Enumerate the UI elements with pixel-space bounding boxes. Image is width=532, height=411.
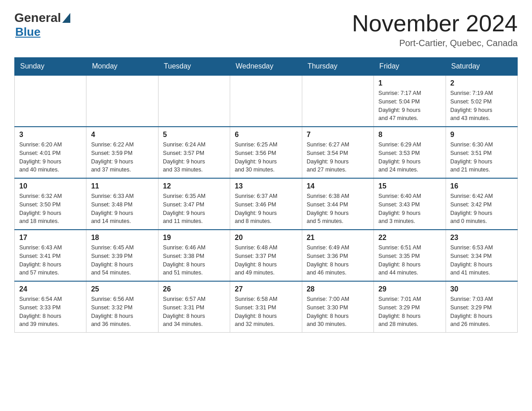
day-cell: 4Sunrise: 6:22 AMSunset: 3:59 PMDaylight…	[86, 127, 158, 178]
header-monday: Monday	[86, 58, 158, 76]
day-cell: 3Sunrise: 6:20 AMSunset: 4:01 PMDaylight…	[15, 127, 86, 178]
subtitle: Port-Cartier, Quebec, Canada	[352, 38, 518, 48]
day-info: Sunrise: 6:32 AMSunset: 3:50 PMDaylight:…	[19, 192, 82, 226]
day-info: Sunrise: 6:24 AMSunset: 3:57 PMDaylight:…	[163, 141, 225, 174]
day-cell: 7Sunrise: 6:27 AMSunset: 3:54 PMDaylight…	[302, 127, 373, 178]
day-cell: 18Sunrise: 6:45 AMSunset: 3:39 PMDayligh…	[86, 230, 158, 281]
day-cell: 23Sunrise: 6:53 AMSunset: 3:34 PMDayligh…	[446, 230, 517, 281]
day-info: Sunrise: 6:53 AMSunset: 3:34 PMDaylight:…	[450, 244, 513, 277]
day-cell: 27Sunrise: 6:58 AMSunset: 3:31 PMDayligh…	[230, 281, 302, 333]
day-info: Sunrise: 6:38 AMSunset: 3:44 PMDaylight:…	[307, 192, 369, 226]
day-cell: 11Sunrise: 6:33 AMSunset: 3:48 PMDayligh…	[86, 178, 158, 230]
day-number: 23	[450, 234, 513, 242]
main-title: November 2024	[352, 11, 518, 36]
day-cell: 6Sunrise: 6:25 AMSunset: 3:56 PMDaylight…	[230, 127, 302, 178]
day-cell: 15Sunrise: 6:40 AMSunset: 3:43 PMDayligh…	[374, 178, 446, 230]
header-saturday: Saturday	[446, 58, 517, 76]
day-number: 6	[235, 131, 297, 139]
day-info: Sunrise: 6:57 AMSunset: 3:31 PMDaylight:…	[163, 295, 225, 329]
day-cell: 17Sunrise: 6:43 AMSunset: 3:41 PMDayligh…	[15, 230, 86, 281]
day-cell: 19Sunrise: 6:46 AMSunset: 3:38 PMDayligh…	[158, 230, 230, 281]
day-info: Sunrise: 7:03 AMSunset: 3:29 PMDaylight:…	[450, 295, 513, 329]
day-cell: 9Sunrise: 6:30 AMSunset: 3:51 PMDaylight…	[446, 127, 517, 178]
day-cell: 25Sunrise: 6:56 AMSunset: 3:32 PMDayligh…	[86, 281, 158, 333]
week-row-2: 10Sunrise: 6:32 AMSunset: 3:50 PMDayligh…	[15, 178, 518, 230]
day-number: 20	[235, 234, 297, 242]
day-info: Sunrise: 6:46 AMSunset: 3:38 PMDaylight:…	[163, 244, 225, 277]
day-number: 18	[91, 234, 153, 242]
day-cell: 13Sunrise: 6:37 AMSunset: 3:46 PMDayligh…	[230, 178, 302, 230]
weekday-header-row: Sunday Monday Tuesday Wednesday Thursday…	[15, 58, 518, 76]
day-cell: 21Sunrise: 6:49 AMSunset: 3:36 PMDayligh…	[302, 230, 373, 281]
logo-triangle-icon	[62, 13, 70, 23]
week-row-1: 3Sunrise: 6:20 AMSunset: 4:01 PMDaylight…	[15, 127, 518, 178]
day-info: Sunrise: 6:37 AMSunset: 3:46 PMDaylight:…	[235, 192, 297, 226]
day-info: Sunrise: 7:19 AMSunset: 5:02 PMDaylight:…	[450, 89, 513, 123]
day-cell: 5Sunrise: 6:24 AMSunset: 3:57 PMDaylight…	[158, 127, 230, 178]
day-cell: 30Sunrise: 7:03 AMSunset: 3:29 PMDayligh…	[446, 281, 517, 333]
day-number: 22	[378, 234, 441, 242]
title-section: November 2024 Port-Cartier, Quebec, Cana…	[352, 11, 518, 48]
svg-marker-0	[62, 13, 70, 23]
day-info: Sunrise: 6:30 AMSunset: 3:51 PMDaylight:…	[450, 141, 513, 174]
day-info: Sunrise: 6:33 AMSunset: 3:48 PMDaylight:…	[91, 192, 153, 226]
header-friday: Friday	[374, 58, 446, 76]
day-info: Sunrise: 6:48 AMSunset: 3:37 PMDaylight:…	[235, 244, 297, 277]
day-info: Sunrise: 6:42 AMSunset: 3:42 PMDaylight:…	[450, 192, 513, 226]
day-cell: 1Sunrise: 7:17 AMSunset: 5:04 PMDaylight…	[374, 75, 446, 127]
day-number: 2	[450, 79, 513, 87]
day-number: 26	[163, 285, 225, 293]
day-number: 5	[163, 131, 225, 139]
day-cell: 12Sunrise: 6:35 AMSunset: 3:47 PMDayligh…	[158, 178, 230, 230]
day-number: 17	[19, 234, 82, 242]
day-number: 1	[378, 79, 441, 87]
day-number: 19	[163, 234, 225, 242]
day-cell	[230, 75, 302, 127]
day-info: Sunrise: 6:58 AMSunset: 3:31 PMDaylight:…	[235, 295, 297, 329]
day-cell	[158, 75, 230, 127]
day-info: Sunrise: 6:56 AMSunset: 3:32 PMDaylight:…	[91, 295, 153, 329]
day-number: 21	[307, 234, 369, 242]
day-cell: 26Sunrise: 6:57 AMSunset: 3:31 PMDayligh…	[158, 281, 230, 333]
day-info: Sunrise: 7:01 AMSunset: 3:29 PMDaylight:…	[378, 295, 441, 329]
logo-general-text: General	[14, 11, 61, 25]
day-cell	[302, 75, 373, 127]
day-number: 3	[19, 131, 82, 139]
week-row-4: 24Sunrise: 6:54 AMSunset: 3:33 PMDayligh…	[15, 281, 518, 333]
day-number: 12	[163, 182, 225, 190]
day-number: 14	[307, 182, 369, 190]
header-thursday: Thursday	[302, 58, 373, 76]
day-cell	[15, 75, 86, 127]
day-info: Sunrise: 6:25 AMSunset: 3:56 PMDaylight:…	[235, 141, 297, 174]
day-number: 13	[235, 182, 297, 190]
day-cell: 29Sunrise: 7:01 AMSunset: 3:29 PMDayligh…	[374, 281, 446, 333]
day-number: 16	[450, 182, 513, 190]
day-cell: 24Sunrise: 6:54 AMSunset: 3:33 PMDayligh…	[15, 281, 86, 333]
week-row-0: 1Sunrise: 7:17 AMSunset: 5:04 PMDaylight…	[15, 75, 518, 127]
day-cell: 22Sunrise: 6:51 AMSunset: 3:35 PMDayligh…	[374, 230, 446, 281]
day-info: Sunrise: 6:29 AMSunset: 3:53 PMDaylight:…	[378, 141, 441, 174]
day-info: Sunrise: 6:49 AMSunset: 3:36 PMDaylight:…	[307, 244, 369, 277]
day-info: Sunrise: 6:27 AMSunset: 3:54 PMDaylight:…	[307, 141, 369, 174]
day-cell: 14Sunrise: 6:38 AMSunset: 3:44 PMDayligh…	[302, 178, 373, 230]
day-number: 28	[307, 285, 369, 293]
logo: General Blue	[14, 11, 70, 39]
day-number: 25	[91, 285, 153, 293]
day-cell	[86, 75, 158, 127]
day-info: Sunrise: 6:54 AMSunset: 3:33 PMDaylight:…	[19, 295, 82, 329]
header-wednesday: Wednesday	[230, 58, 302, 76]
header-tuesday: Tuesday	[158, 58, 230, 76]
day-info: Sunrise: 6:35 AMSunset: 3:47 PMDaylight:…	[163, 192, 225, 226]
week-row-3: 17Sunrise: 6:43 AMSunset: 3:41 PMDayligh…	[15, 230, 518, 281]
day-number: 7	[307, 131, 369, 139]
logo-blue-text: Blue	[15, 25, 40, 39]
header-sunday: Sunday	[15, 58, 86, 76]
day-number: 24	[19, 285, 82, 293]
day-cell: 16Sunrise: 6:42 AMSunset: 3:42 PMDayligh…	[446, 178, 517, 230]
day-number: 8	[378, 131, 441, 139]
day-number: 11	[91, 182, 153, 190]
day-number: 15	[378, 182, 441, 190]
day-number: 10	[19, 182, 82, 190]
day-info: Sunrise: 6:51 AMSunset: 3:35 PMDaylight:…	[378, 244, 441, 277]
day-info: Sunrise: 6:40 AMSunset: 3:43 PMDaylight:…	[378, 192, 441, 226]
